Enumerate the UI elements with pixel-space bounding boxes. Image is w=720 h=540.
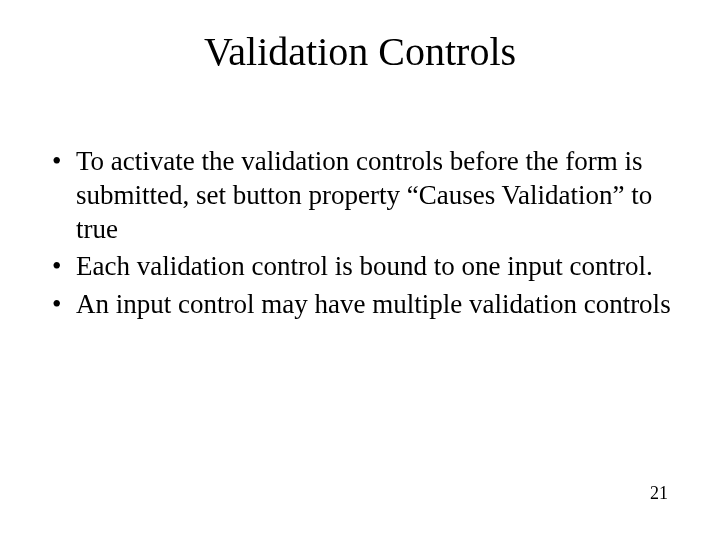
- bullet-list: To activate the validation controls befo…: [40, 145, 680, 322]
- slide: Validation Controls To activate the vali…: [0, 0, 720, 540]
- slide-title: Validation Controls: [40, 28, 680, 75]
- bullet-item: Each validation control is bound to one …: [48, 250, 680, 284]
- bullet-item: To activate the validation controls befo…: [48, 145, 680, 246]
- page-number: 21: [650, 483, 668, 504]
- bullet-item: An input control may have multiple valid…: [48, 288, 680, 322]
